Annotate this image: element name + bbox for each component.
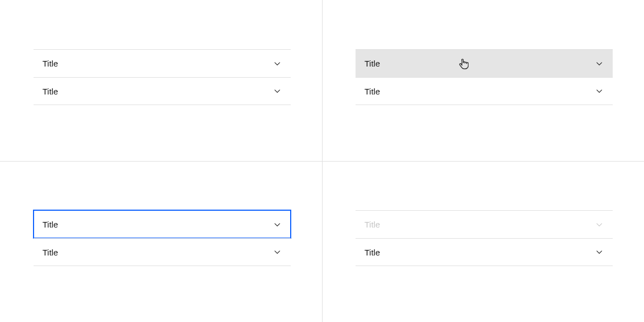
- accordion-title: Title: [364, 59, 595, 68]
- accordion: Title Title: [356, 210, 613, 266]
- cursor-pointer-icon: [458, 58, 468, 69]
- accordion-item[interactable]: Title: [356, 77, 613, 105]
- accordion-item: Title: [356, 210, 613, 238]
- accordion-title: Title: [364, 248, 595, 257]
- accordion-title: Title: [364, 87, 595, 96]
- accordion-title: Title: [42, 59, 273, 68]
- accordion-title: Title: [42, 87, 273, 96]
- state-default-panel: Title Title: [0, 0, 322, 161]
- chevron-down-icon: [273, 59, 282, 68]
- accordion-title: Title: [42, 220, 273, 229]
- accordion-item[interactable]: Title: [34, 49, 291, 77]
- accordion-item[interactable]: Title: [34, 77, 291, 105]
- chevron-down-icon: [273, 220, 282, 229]
- chevron-down-icon: [273, 87, 282, 96]
- chevron-down-icon: [595, 220, 604, 229]
- divider-horizontal: [0, 161, 644, 162]
- accordion-title: Title: [42, 248, 273, 257]
- state-focus-panel: Title Title: [0, 161, 322, 322]
- state-hover-panel: Title Title: [322, 0, 644, 161]
- chevron-down-icon: [273, 248, 282, 257]
- state-disabled-panel: Title Title: [322, 161, 644, 322]
- accordion-item[interactable]: Title: [34, 210, 291, 238]
- chevron-down-icon: [595, 248, 604, 257]
- chevron-down-icon: [595, 59, 604, 68]
- accordion-item[interactable]: Title: [34, 238, 291, 266]
- accordion: Title Title: [356, 49, 613, 105]
- accordion-item[interactable]: Title: [356, 49, 613, 77]
- accordion: Title Title: [34, 210, 291, 266]
- accordion: Title Title: [34, 49, 291, 105]
- chevron-down-icon: [595, 87, 604, 96]
- accordion-title: Title: [364, 220, 595, 229]
- accordion-item[interactable]: Title: [356, 238, 613, 266]
